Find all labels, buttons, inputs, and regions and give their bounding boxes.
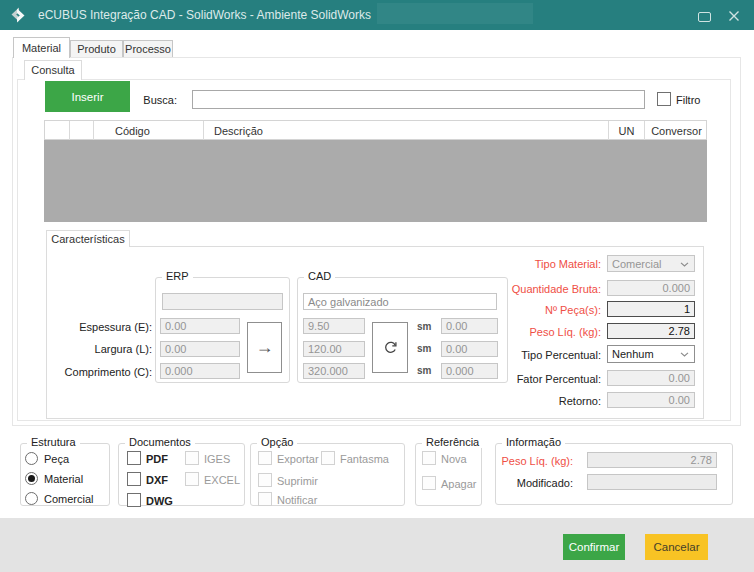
notificar-checkbox	[258, 492, 272, 506]
filtro-label: Filtro	[676, 94, 700, 106]
cad-comprimento-field: 320.000	[303, 363, 365, 379]
table-col-un[interactable]: UN	[609, 121, 645, 140]
table-col-codigo[interactable]: Código	[94, 121, 204, 140]
cad-espessura-field: 9.50	[303, 318, 365, 334]
filtro-checkbox[interactable]	[657, 92, 671, 106]
confirmar-button[interactable]: Confirmar	[563, 534, 625, 560]
sm-label-3: sm	[417, 365, 431, 376]
table-header: Código Descrição UN Conversor	[44, 120, 707, 140]
tipo-percentual-select[interactable]: Nenhum	[607, 345, 695, 363]
apagar-label: Apagar	[441, 478, 476, 490]
notificar-label: Notificar	[277, 494, 317, 506]
referencia-group-title: Referência	[422, 436, 483, 448]
tipo-percentual-value: Nenhum	[612, 348, 654, 360]
estrutura-group-title: Estrutura	[27, 436, 80, 448]
close-button[interactable]	[728, 10, 740, 22]
iges-label: IGES	[204, 453, 230, 465]
dxf-label: DXF	[146, 474, 168, 486]
num-pecas-label: Nº Peça(s):	[460, 304, 601, 316]
excel-label: EXCEL	[204, 474, 240, 486]
info-peso-liq-label: Peso Líq. (kg):	[480, 455, 573, 467]
material-radio[interactable]	[25, 472, 38, 485]
quantidade-bruta-field: 0.000	[607, 280, 695, 296]
suprimir-checkbox	[258, 473, 272, 487]
sm-label-2: sm	[417, 343, 431, 354]
table-col-descricao[interactable]: Descrição	[204, 121, 609, 140]
chevron-down-icon	[680, 262, 689, 267]
exportar-label: Exportar	[277, 453, 319, 465]
fantasma-label: Fantasma	[340, 453, 389, 465]
tipo-material-label: Tipo Material:	[460, 258, 601, 270]
largura-label: Largura (L):	[30, 343, 152, 355]
tipo-material-value: Comercial	[612, 258, 662, 270]
table-col-selector[interactable]	[45, 121, 70, 140]
excel-checkbox	[185, 472, 199, 486]
cad-group-title: CAD	[304, 270, 335, 282]
peso-liq-label: Peso Líq. (kg):	[460, 326, 601, 338]
comercial-label: Comercial	[44, 493, 94, 505]
info-peso-liq-field: 2.78	[587, 452, 717, 468]
cancelar-button[interactable]: Cancelar	[645, 534, 708, 560]
transfer-arrow-button[interactable]: →	[247, 322, 282, 373]
tipo-material-select[interactable]: Comercial	[607, 255, 695, 272]
erp-comprimento-field: 0.000	[160, 363, 240, 379]
titlebar-redaction-area	[377, 3, 533, 24]
tab-material[interactable]: Material	[13, 37, 70, 58]
dxf-checkbox[interactable]	[127, 472, 141, 486]
footer-bar	[0, 518, 754, 572]
window-title: eCUBUS Integração CAD - SolidWorks - Amb…	[38, 0, 371, 30]
documentos-group-title: Documentos	[125, 436, 195, 448]
chevron-down-icon	[680, 352, 689, 357]
table-col-conversor[interactable]: Conversor	[645, 121, 708, 140]
tab-caracteristicas[interactable]: Características	[46, 230, 130, 247]
title-bar: eCUBUS Integração CAD - SolidWorks - Amb…	[0, 0, 754, 30]
fator-percentual-field: 0.00	[607, 370, 695, 386]
espessura-label: Espessura (E):	[30, 321, 152, 333]
sm-label-1: sm	[417, 321, 431, 332]
erp-group-title: ERP	[162, 270, 193, 282]
peca-label: Peça	[44, 453, 69, 465]
pdf-label: PDF	[146, 453, 168, 465]
nova-checkbox	[422, 451, 436, 465]
table-body[interactable]	[44, 140, 707, 222]
suprimir-label: Suprimir	[277, 475, 318, 487]
tab-produto[interactable]: Produto	[70, 40, 123, 58]
inserir-button[interactable]: Inserir	[45, 81, 130, 112]
erp-espessura-field: 0.00	[160, 318, 240, 334]
tab-processo[interactable]: Processo	[123, 40, 173, 58]
modificado-label: Modificado:	[480, 477, 573, 489]
refresh-button[interactable]	[372, 322, 408, 373]
material-label: Material	[44, 473, 83, 485]
dwg-checkbox[interactable]	[127, 493, 141, 507]
nova-label: Nova	[441, 453, 467, 465]
num-pecas-field[interactable]: 1	[607, 301, 695, 317]
modificado-field	[587, 474, 717, 490]
maximize-button[interactable]	[698, 12, 711, 22]
app-logo-icon	[8, 5, 28, 25]
dwg-label: DWG	[146, 495, 173, 507]
comprimento-label: Comprimento (C):	[30, 366, 152, 378]
exportar-checkbox	[258, 451, 272, 465]
busca-input[interactable]	[192, 90, 645, 109]
refresh-icon	[383, 340, 398, 355]
cad-largura-field: 120.00	[303, 341, 365, 357]
peca-radio[interactable]	[25, 452, 38, 465]
iges-checkbox	[185, 451, 199, 465]
fantasma-checkbox	[321, 451, 335, 465]
tipo-percentual-label: Tipo Percentual:	[460, 349, 601, 361]
table-col-icon[interactable]	[70, 121, 94, 140]
fator-percentual-label: Fator Percentual:	[460, 373, 601, 385]
pdf-checkbox[interactable]	[127, 451, 141, 465]
erp-code-field	[162, 293, 283, 310]
comercial-radio[interactable]	[25, 492, 38, 505]
tab-consulta[interactable]: Consulta	[24, 60, 82, 80]
retorno-label: Retorno:	[460, 395, 601, 407]
peso-liq-field[interactable]: 2.78	[607, 323, 695, 339]
busca-label: Busca:	[125, 94, 177, 106]
retorno-field: 0.00	[607, 392, 695, 408]
quantidade-bruta-label: Quantidade Bruta:	[460, 283, 601, 295]
erp-largura-field: 0.00	[160, 341, 240, 357]
opcao-group-title: Opção	[257, 436, 297, 448]
informacao-group-title: Informação	[502, 436, 565, 448]
apagar-checkbox	[422, 476, 436, 490]
